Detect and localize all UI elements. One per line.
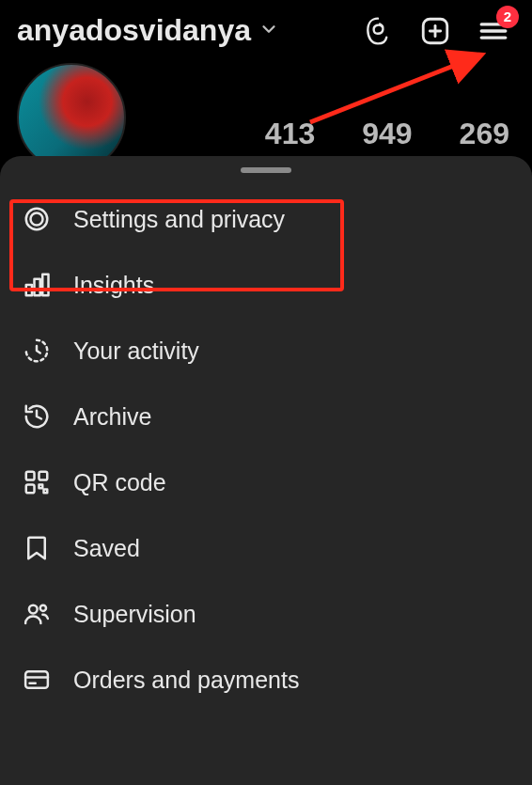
menu-list: Settings and privacy Insights Your activ…: [0, 186, 532, 713]
bar-chart-icon: [21, 269, 53, 301]
bottom-sheet: Settings and privacy Insights Your activ…: [0, 156, 532, 785]
history-icon: [21, 400, 53, 432]
menu-item-orders[interactable]: Orders and payments: [0, 647, 532, 713]
username-label: anyadosvidanya: [17, 13, 251, 48]
menu-label: QR code: [73, 469, 166, 496]
svg-point-17: [40, 605, 46, 611]
menu-label: Supervision: [73, 601, 196, 628]
svg-rect-18: [25, 671, 48, 688]
menu-button[interactable]: 2: [477, 15, 509, 47]
svg-rect-13: [26, 485, 35, 494]
svg-rect-11: [26, 472, 35, 480]
svg-rect-10: [42, 275, 48, 296]
notifications-badge: 2: [496, 6, 519, 28]
svg-rect-12: [39, 472, 48, 480]
qr-icon: [21, 466, 53, 498]
profile-stats: 413 949 269: [139, 85, 515, 151]
svg-rect-9: [35, 279, 40, 296]
svg-point-16: [29, 605, 38, 614]
header-bar: anyadosvidanya 2: [0, 0, 532, 57]
posts-count[interactable]: 413: [265, 117, 315, 151]
menu-label: Archive: [73, 403, 151, 431]
menu-item-activity[interactable]: Your activity: [0, 318, 532, 384]
threads-icon[interactable]: [363, 16, 393, 46]
bookmark-icon: [21, 532, 53, 564]
menu-item-supervision[interactable]: Supervision: [0, 581, 532, 647]
menu-label: Orders and payments: [73, 667, 299, 694]
header-actions: 2: [363, 15, 509, 47]
activity-icon: [21, 335, 53, 367]
menu-item-saved[interactable]: Saved: [0, 515, 532, 581]
menu-item-archive[interactable]: Archive: [0, 384, 532, 449]
menu-item-insights[interactable]: Insights: [0, 252, 532, 318]
menu-label: Your activity: [73, 338, 199, 365]
menu-label: Saved: [73, 535, 140, 562]
svg-rect-8: [26, 285, 32, 295]
menu-label: Insights: [73, 272, 154, 299]
following-count[interactable]: 269: [460, 117, 509, 151]
gear-icon: [21, 203, 53, 235]
sheet-grabber[interactable]: [241, 167, 291, 173]
profile-strip: 413 949 269: [0, 57, 532, 172]
people-icon: [21, 598, 53, 630]
followers-count[interactable]: 949: [362, 117, 412, 151]
username-switcher[interactable]: anyadosvidanya: [17, 13, 353, 48]
svg-point-7: [31, 213, 43, 226]
menu-item-qr[interactable]: QR code: [0, 449, 532, 515]
menu-label: Settings and privacy: [73, 206, 285, 233]
chevron-down-icon: [258, 19, 279, 43]
card-icon: [21, 664, 53, 696]
svg-rect-14: [39, 485, 43, 489]
svg-point-6: [26, 209, 48, 230]
create-button[interactable]: [419, 15, 451, 47]
menu-item-settings[interactable]: Settings and privacy: [0, 186, 532, 252]
svg-rect-15: [44, 490, 48, 494]
